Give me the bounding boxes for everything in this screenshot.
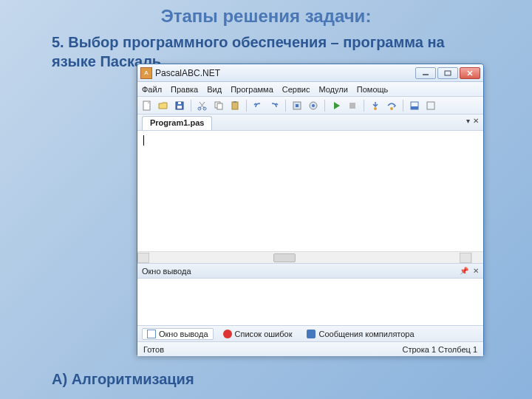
toolbar-separator xyxy=(403,100,403,112)
app-icon: A xyxy=(140,67,152,79)
compiler-icon xyxy=(307,330,316,338)
output-icon xyxy=(147,330,156,338)
svg-rect-14 xyxy=(232,102,238,109)
save-button[interactable] xyxy=(173,99,186,112)
paste-icon xyxy=(230,100,240,111)
svg-point-19 xyxy=(312,104,315,107)
step-over-icon xyxy=(386,100,397,111)
menu-modules[interactable]: Модули xyxy=(318,85,347,94)
tab-dropdown-button[interactable]: ▾ xyxy=(466,117,470,125)
minimize-icon xyxy=(422,70,429,76)
open-button[interactable] xyxy=(157,99,170,112)
scroll-thumb[interactable] xyxy=(273,253,296,262)
build-button[interactable] xyxy=(290,99,304,112)
new-file-icon xyxy=(142,100,152,111)
copy-button[interactable] xyxy=(212,99,225,112)
run-icon xyxy=(331,100,341,111)
scroll-left-icon[interactable] xyxy=(137,253,149,263)
svg-point-22 xyxy=(390,107,393,110)
toolbar xyxy=(137,97,483,115)
stop-icon xyxy=(347,100,358,111)
maximize-icon xyxy=(444,70,451,76)
text-cursor xyxy=(143,135,144,146)
svg-rect-25 xyxy=(427,102,434,109)
pascalabc-window: A PascalABC.NET Файл Правка Вид Программ… xyxy=(137,64,484,355)
status-ready: Готов xyxy=(143,345,164,354)
svg-rect-15 xyxy=(233,101,236,103)
svg-point-21 xyxy=(374,107,377,110)
exe-icon xyxy=(308,100,318,111)
copy-icon xyxy=(214,100,224,111)
menu-file[interactable]: Файл xyxy=(142,85,162,94)
titlebar[interactable]: A PascalABC.NET xyxy=(137,64,483,82)
undo-icon xyxy=(253,100,263,111)
document-tab[interactable]: Program1.pas xyxy=(142,116,212,130)
undo-button[interactable] xyxy=(251,99,265,112)
tab-errors[interactable]: Список ошибок xyxy=(218,328,298,340)
tab-output[interactable]: Окно вывода xyxy=(142,328,214,340)
output-panel[interactable] xyxy=(137,279,483,326)
minimize-button[interactable] xyxy=(415,67,436,79)
toolbar-separator xyxy=(191,100,191,112)
step-into-button[interactable] xyxy=(369,99,382,112)
maximize-button[interactable] xyxy=(437,67,458,79)
panel-icon xyxy=(409,100,420,111)
svg-rect-1 xyxy=(445,71,451,75)
run-button[interactable] xyxy=(330,99,343,112)
cut-button[interactable] xyxy=(196,99,209,112)
build-icon xyxy=(292,100,302,111)
horizontal-scrollbar[interactable] xyxy=(137,251,471,263)
menu-help[interactable]: Помощь xyxy=(357,85,389,94)
menu-program[interactable]: Программа xyxy=(231,85,273,94)
svg-rect-20 xyxy=(349,103,355,109)
save-icon xyxy=(174,100,185,111)
paste-button[interactable] xyxy=(228,99,242,112)
menu-view[interactable]: Вид xyxy=(207,85,222,94)
redo-icon xyxy=(269,100,279,111)
svg-rect-24 xyxy=(411,106,418,109)
stop-button[interactable] xyxy=(346,99,359,112)
statusbar: Готов Строка 1 Столбец 1 xyxy=(137,342,483,356)
slide-step-a: А) Алгоритмизация xyxy=(52,371,194,388)
window-title: PascalABC.NET xyxy=(155,68,414,78)
svg-rect-17 xyxy=(296,104,299,107)
output-panel-title: Окно вывода xyxy=(142,267,191,276)
bottom-tabstrip: Окно вывода Список ошибок Сообщения комп… xyxy=(137,326,483,342)
status-cursor-position: Строка 1 Столбец 1 xyxy=(402,345,477,354)
svg-rect-6 xyxy=(177,106,182,109)
tab-output-label: Окно вывода xyxy=(159,330,208,338)
step-over-button[interactable] xyxy=(385,99,398,112)
output-close-button[interactable]: ✕ xyxy=(473,267,479,275)
menu-edit[interactable]: Правка xyxy=(171,85,198,94)
code-editor[interactable] xyxy=(137,131,483,264)
svg-rect-13 xyxy=(217,103,222,109)
error-icon xyxy=(223,330,232,338)
exe-button[interactable] xyxy=(307,99,320,112)
scroll-right-icon[interactable] xyxy=(460,253,471,263)
tab-compiler-label: Сообщения компилятора xyxy=(318,330,414,338)
open-icon xyxy=(158,100,168,111)
pin-button[interactable]: 📌 xyxy=(460,267,468,275)
toolbar-separator xyxy=(285,100,286,112)
toolbar-separator xyxy=(364,100,364,112)
close-icon xyxy=(466,70,474,76)
svg-rect-7 xyxy=(178,102,181,104)
new-file-button[interactable] xyxy=(140,99,154,112)
toolbar-separator xyxy=(324,100,325,112)
menu-service[interactable]: Сервис xyxy=(282,85,310,94)
fullscreen-icon xyxy=(426,100,436,111)
fullscreen-button[interactable] xyxy=(424,99,437,112)
tab-compiler[interactable]: Сообщения компилятора xyxy=(301,328,419,340)
close-button[interactable] xyxy=(460,67,480,79)
tab-close-button[interactable]: ✕ xyxy=(473,117,479,125)
cut-icon xyxy=(197,100,208,111)
tab-errors-label: Список ошибок xyxy=(235,330,293,338)
panel-button[interactable] xyxy=(408,99,421,112)
step-into-icon xyxy=(370,100,381,111)
output-panel-header: Окно вывода 📌 ✕ xyxy=(137,264,483,279)
menubar: Файл Правка Вид Программа Сервис Модули … xyxy=(137,82,483,97)
toolbar-separator xyxy=(246,100,247,112)
slide-title: Этапы решения задачи: xyxy=(0,0,532,27)
redo-button[interactable] xyxy=(267,99,281,112)
scroll-corner xyxy=(471,251,483,263)
